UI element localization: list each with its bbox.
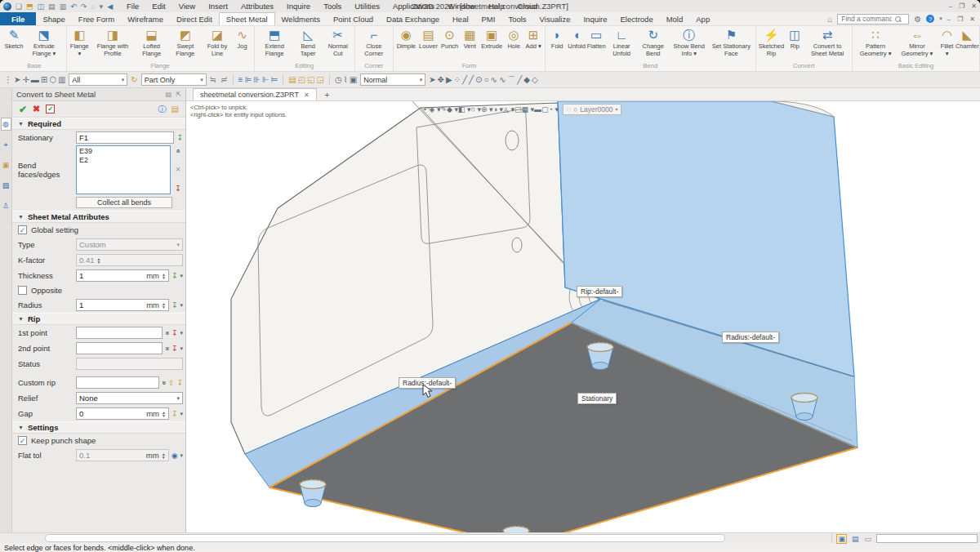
- ribbon-tool[interactable]: ◪ Fold by Line: [202, 27, 232, 57]
- toolbar-icon[interactable]: ▬: [30, 75, 40, 84]
- view-tool-icon[interactable]: ◈ ▾: [430, 105, 441, 114]
- ribbon-tool[interactable]: ↻ Change Bend: [637, 27, 669, 57]
- menu-item[interactable]: Cloud: [512, 2, 544, 11]
- snap-icon[interactable]: ∿: [490, 75, 498, 84]
- dock-tab-visual[interactable]: ▧: [1, 179, 11, 192]
- model-canvas[interactable]: [186, 101, 980, 532]
- view-tool-icon[interactable]: ⊛ ▾: [481, 105, 493, 114]
- history-icon[interactable]: ▣: [349, 75, 358, 84]
- open-file-icon[interactable]: ⬒: [26, 2, 33, 11]
- ribbon-tool[interactable]: ⚑ Set Stationary Face: [709, 27, 753, 57]
- pick-icon[interactable]: ↧: [176, 379, 183, 387]
- ribbon-tab[interactable]: Free Form: [72, 12, 121, 25]
- ribbon-tab[interactable]: Tools: [501, 12, 532, 25]
- display-icon[interactable]: ◲: [316, 75, 325, 84]
- undo-icon[interactable]: ↶: [70, 2, 77, 11]
- align-icon[interactable]: ⊫: [243, 75, 252, 84]
- menu-item[interactable]: File: [121, 2, 145, 11]
- ribbon-tool[interactable]: ◠ Fillet ▾: [938, 27, 957, 57]
- ribbon-tab[interactable]: Weldments: [275, 12, 327, 25]
- dropdown-icon[interactable]: ▾: [180, 411, 183, 417]
- refresh-filter-icon[interactable]: ↻: [130, 75, 138, 84]
- ribbon-tool[interactable]: ✂ Normal Cut: [323, 27, 353, 57]
- pick-icon[interactable]: ↧: [172, 410, 178, 418]
- collapse-ribbon-icon[interactable]: ◀: [107, 2, 113, 11]
- ribbon-tab[interactable]: PMI: [475, 12, 502, 25]
- thickness-field[interactable]: 1mm▲▼: [76, 269, 169, 282]
- ribbon-tool[interactable]: ⇄ Convert to Sheet Metal: [804, 27, 849, 57]
- menu-item[interactable]: Utilities: [349, 2, 385, 11]
- view-tool-icon[interactable]: ◆ ▾: [447, 105, 458, 114]
- ribbon-tab[interactable]: Data Exchange: [380, 12, 446, 25]
- globe-icon[interactable]: ◉: [172, 452, 178, 460]
- dropdown-icon[interactable]: ▾: [180, 330, 183, 336]
- display-icon[interactable]: ◱: [306, 75, 315, 84]
- ribbon-tab[interactable]: Wireframe: [121, 12, 170, 25]
- snap-icon[interactable]: ∿: [498, 75, 506, 84]
- ribbon-tool[interactable]: ⇔ Mirror Geometry ▾: [897, 27, 937, 57]
- ribbon-tool[interactable]: ⊞ Add ▾: [523, 27, 543, 51]
- menu-item[interactable]: Inquire: [281, 2, 316, 11]
- ribbon-tool[interactable]: ◖ Unfold: [567, 27, 586, 51]
- menu-item[interactable]: View: [173, 2, 201, 11]
- window-layout-icon[interactable]: ▣: [836, 534, 847, 544]
- ribbon-tab[interactable]: Sheet Metal: [219, 12, 275, 25]
- find-command-box[interactable]: [837, 14, 909, 24]
- help-icon[interactable]: ?: [926, 15, 934, 23]
- panel-menu-icon[interactable]: ▤: [166, 91, 172, 98]
- view-tool-icon[interactable]: ▬: [534, 105, 541, 114]
- dropdown-icon[interactable]: ▾: [180, 452, 183, 459]
- clear-list-icon[interactable]: ✕: [176, 166, 181, 173]
- ribbon-tab[interactable]: Visualize: [533, 12, 577, 25]
- pick-icon[interactable]: ↧: [176, 134, 183, 142]
- doc-icon[interactable]: ▤: [172, 105, 179, 114]
- snap-icon[interactable]: ○: [483, 75, 489, 84]
- ribbon-tool[interactable]: ✎ Sketch: [4, 27, 24, 51]
- snap-icon[interactable]: ✥: [437, 75, 445, 84]
- expand-icon[interactable]: »: [163, 331, 171, 335]
- load-icon[interactable]: ⇪: [168, 379, 175, 387]
- pick-icon[interactable]: ↧: [175, 184, 181, 193]
- opposite-checkbox[interactable]: [18, 286, 27, 295]
- align-icon[interactable]: ⊪: [252, 75, 261, 84]
- snap-icon[interactable]: ➤: [428, 75, 436, 84]
- help-dropdown-icon[interactable]: ▾: [939, 16, 942, 22]
- viewport[interactable]: sheetmetal conversion.Z3PRT ✕ + <Ctrl-pi…: [186, 88, 980, 532]
- ribbon-tool[interactable]: ◫ Rip: [785, 27, 804, 51]
- print-preview-icon[interactable]: ▥: [60, 2, 67, 11]
- view-tool-icon[interactable]: ↶: [423, 105, 430, 114]
- history-icon[interactable]: ⌇: [343, 75, 349, 84]
- close-button[interactable]: ✕: [971, 2, 977, 10]
- expand-icon[interactable]: »: [159, 381, 167, 385]
- view-tool-icon[interactable]: ✎: [441, 105, 448, 114]
- ribbon-tool[interactable]: ▦ Vent: [460, 27, 479, 51]
- second-point-field[interactable]: [76, 342, 163, 354]
- ribbon-tool[interactable]: ∿ Jog: [233, 27, 252, 51]
- qat-dropdown-icon[interactable]: ▾: [100, 2, 104, 11]
- ribbon-tool[interactable]: ∟ Linear Unfold: [606, 27, 637, 57]
- dropdown-icon[interactable]: ▾: [180, 302, 183, 309]
- prompt-input[interactable]: [45, 534, 725, 542]
- ribbon-minimize-button[interactable]: –: [947, 16, 951, 23]
- pick-icon[interactable]: ↧: [172, 301, 178, 309]
- ok-button[interactable]: ✔: [19, 104, 27, 115]
- ribbon-tool[interactable]: ▤ Louver: [417, 27, 439, 51]
- pick-icon[interactable]: ↧: [172, 272, 178, 280]
- ribbon-tab[interactable]: Direct Edit: [170, 12, 219, 25]
- stationary-field[interactable]: F1: [76, 131, 174, 144]
- new-file-icon[interactable]: ❏: [16, 2, 22, 11]
- monitor-icon[interactable]: ▤: [851, 535, 860, 543]
- toolbar-icon[interactable]: ✛: [21, 75, 29, 84]
- global-setting-checkbox[interactable]: ✓: [18, 225, 27, 234]
- bend-list-item[interactable]: E2: [79, 156, 167, 165]
- view-tool-icon[interactable]: ○ ▾: [471, 105, 481, 114]
- panel-float-icon[interactable]: ⇱: [176, 91, 181, 98]
- punch-foot[interactable]: [503, 527, 529, 533]
- document-close-icon[interactable]: ✕: [304, 91, 310, 99]
- ribbon-restore-button[interactable]: ❐: [957, 16, 963, 23]
- relief-combo[interactable]: None▾: [76, 392, 183, 404]
- snap-icon[interactable]: ▶: [445, 75, 453, 84]
- ribbon-tab[interactable]: Inquire: [577, 12, 613, 25]
- ribbon-tool[interactable]: ◧ Flange ▾: [69, 27, 91, 57]
- coordinate-input[interactable]: [876, 534, 978, 543]
